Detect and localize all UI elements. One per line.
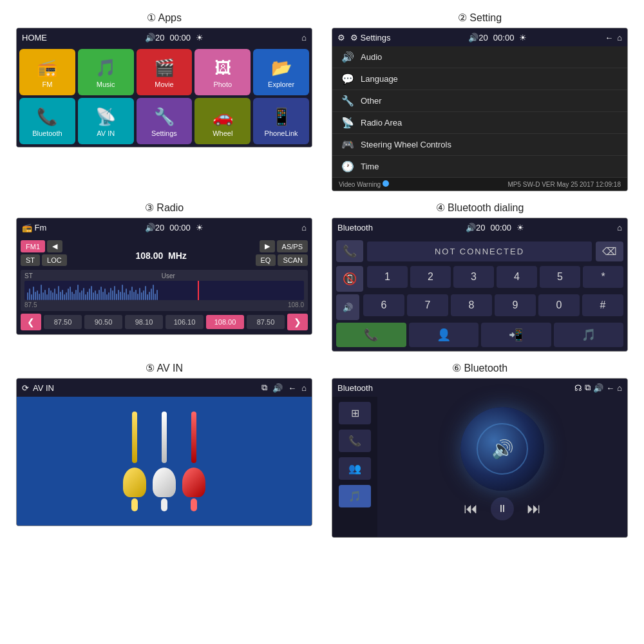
radio-asps-button[interactable]: AS/PS — [277, 240, 308, 252]
bt-redial-button[interactable]: 📲 — [481, 323, 551, 347]
app-label-photo: Photo — [213, 80, 232, 88]
avin-body — [17, 397, 312, 526]
bt-sidebar-phone-button[interactable]: 📞 — [339, 430, 371, 452]
bt-key-1[interactable]: 1 — [367, 266, 408, 288]
bt-backspace-button[interactable]: ⌫ — [596, 242, 623, 261]
bt-key-3[interactable]: 3 — [453, 266, 494, 288]
bt-end-call-button[interactable]: 📵 — [336, 266, 363, 292]
section-settings-title: ② Setting — [458, 12, 502, 24]
radio-play-button[interactable]: ▶ — [260, 240, 275, 252]
radio-prev-preset-button[interactable]: ❮ — [21, 314, 41, 330]
bt-vol-button[interactable]: 🔊 — [336, 294, 359, 320]
bt-key-2[interactable]: 2 — [410, 266, 451, 288]
radio-preset-3[interactable]: 98.10 — [125, 315, 163, 329]
radio-preset-6[interactable]: 87.50 — [247, 315, 285, 329]
app-tile-fm[interactable]: 📻 FM — [19, 49, 75, 95]
bt-music-sidebar: ⊞ 📞 👥 🎵 — [332, 397, 377, 537]
bt-music-tab-button[interactable]: 🎵 — [554, 323, 624, 347]
app-tile-settings[interactable]: 🔧 Settings — [137, 98, 193, 144]
radio-st-button[interactable]: ST — [21, 254, 40, 266]
bt-next-button[interactable]: ⏭ — [527, 497, 541, 520]
bt-key-0[interactable]: 0 — [538, 294, 580, 316]
bt-key-9[interactable]: 9 — [495, 294, 536, 316]
bt-prev-button[interactable]: ⏮ — [464, 497, 478, 520]
apps-vol: 🔊20 — [145, 33, 164, 43]
settings-house-icon: ⌂ — [617, 33, 622, 43]
radio-preset-1[interactable]: 87.50 — [44, 315, 82, 329]
bt-speaker-circle: 🔊 — [460, 407, 544, 491]
bt-play-pause-button[interactable]: ⏸ — [491, 497, 514, 520]
radio-scale-min: 87.5 — [24, 301, 37, 308]
bt-key-hash[interactable]: # — [582, 294, 623, 316]
app-tile-phonelink[interactable]: 📱 PhoneLink — [253, 98, 309, 144]
bt-key-8[interactable]: 8 — [451, 294, 492, 316]
bt-music-body: ⊞ 📞 👥 🎵 🔊 ⏮ ⏸ ⏭ — [332, 397, 627, 537]
settings-radio-area-label: Radio Area — [361, 118, 402, 128]
bt-sidebar-grid-button[interactable]: ⊞ — [339, 402, 371, 424]
radio-vol: 🔊20 — [145, 223, 164, 232]
radio-next-preset-button[interactable]: ❯ — [287, 314, 308, 330]
app-tile-explorer[interactable]: 📂 Explorer — [253, 49, 309, 95]
settings-item-audio[interactable]: 🔊 Audio — [332, 46, 627, 68]
photo-icon: 🖼 — [214, 58, 231, 78]
bt-key-6[interactable]: 6 — [363, 294, 404, 316]
radio-fm-label: 📻 Fm — [22, 223, 46, 232]
radio-frequency-display: 108.00 MHz — [71, 243, 252, 263]
bt-music-mixer-icon: ⧉ — [585, 383, 591, 393]
settings-item-time[interactable]: 🕐 Time — [332, 156, 627, 178]
bt-sidebar-contacts-button[interactable]: 👥 — [339, 457, 371, 480]
music-icon: 🎵 — [95, 58, 116, 78]
app-tile-music[interactable]: 🎵 Music — [78, 49, 134, 95]
radio-scan-button[interactable]: SCAN — [278, 254, 308, 266]
bt-key-star[interactable]: * — [583, 266, 623, 288]
app-tile-wheel[interactable]: 🚗 Wheel — [194, 98, 251, 144]
section-bt-dialing: ④ Bluetooth dialing Bluetooth 🔊20 00:00 … — [322, 196, 638, 357]
bt-dialing-header: Bluetooth 🔊20 00:00 ☀ ⌂ — [332, 218, 627, 236]
section-apps: ① Apps HOME 🔊20 00:00 ☀ ⌂ 📻 — [6, 6, 322, 196]
app-tile-avin[interactable]: 📡 AV IN — [78, 98, 134, 144]
radio-eq-button[interactable]: EQ — [256, 254, 276, 266]
radio-preset-4[interactable]: 106.10 — [166, 315, 204, 329]
radio-loc-button[interactable]: LOC — [42, 254, 67, 266]
radio-left-btns: FM1 ◀ ST LOC — [21, 240, 67, 266]
settings-item-language[interactable]: 💬 Language — [332, 68, 627, 90]
settings-steering-label: Steering Wheel Controls — [361, 140, 451, 149]
settings-footer: Video Warning MP5 SW-D VER May 25 2017 1… — [332, 178, 627, 191]
radio-fm1-button[interactable]: FM1 — [21, 240, 45, 252]
rca-red — [182, 412, 205, 511]
bt-not-connected-text: NOT CONNECTED — [367, 242, 592, 261]
app-tile-movie[interactable]: 🎬 Movie — [137, 49, 193, 95]
settings-version: MP5 SW-D VER May 25 2017 12:09:18 — [508, 181, 621, 188]
apps-home-label: HOME — [22, 33, 47, 43]
settings-item-other[interactable]: 🔧 Other — [332, 90, 627, 112]
app-tile-photo[interactable]: 🖼 Photo — [194, 49, 251, 95]
movie-icon: 🎬 — [154, 58, 175, 78]
app-label-bluetooth: Bluetooth — [32, 129, 62, 137]
app-label-phonelink: PhoneLink — [265, 129, 298, 137]
settings-item-radio-area[interactable]: 📡 Radio Area — [332, 112, 627, 134]
bt-speaker-icon: 🔊 — [491, 439, 514, 460]
bt-key-7[interactable]: 7 — [407, 294, 448, 316]
wheel-tile-icon: 🚗 — [213, 107, 233, 127]
settings-time-label: Time — [361, 162, 379, 171]
radio-house-icon: ⌂ — [301, 223, 307, 232]
avin-back-icon: ← — [288, 383, 296, 393]
radio-preset-5[interactable]: 108.00 — [206, 315, 244, 329]
bt-key-5[interactable]: 5 — [540, 266, 580, 288]
time-icon: 🕐 — [341, 160, 354, 173]
app-label-avin: AV IN — [97, 129, 115, 137]
settings-sun-icon: ☀ — [519, 33, 527, 43]
settings-audio-label: Audio — [361, 52, 382, 62]
bt-call-button[interactable]: 📞 — [336, 240, 363, 262]
radio-preset-2[interactable]: 90.50 — [84, 315, 122, 329]
settings-item-steering[interactable]: 🎮 Steering Wheel Controls — [332, 134, 627, 156]
section-avin-title: ⑤ AV IN — [146, 362, 183, 374]
app-tile-bluetooth[interactable]: 📞 Bluetooth — [19, 98, 75, 144]
section-settings: ② Setting ⚙ ⚙ Settings 🔊20 00:00 ☀ ← ⌂ — [322, 6, 638, 196]
radio-prev-button[interactable]: ◀ — [47, 240, 62, 252]
bt-contacts-button[interactable]: 👤 — [409, 323, 479, 347]
bt-dial-call-button[interactable]: 📞 — [336, 323, 406, 347]
section-bt-music-title: ⑥ Bluetooth — [452, 362, 507, 374]
bt-sidebar-music-button[interactable]: 🎵 — [339, 485, 371, 507]
bt-key-4[interactable]: 4 — [497, 266, 537, 288]
